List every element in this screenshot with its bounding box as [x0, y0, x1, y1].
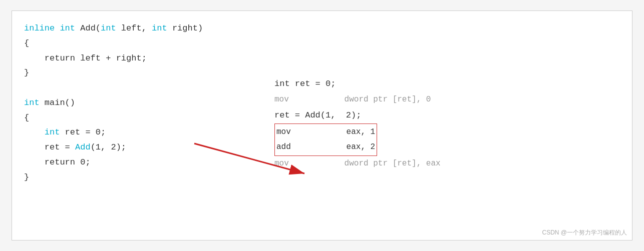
- keyword-int-3: int: [152, 24, 167, 33]
- code-line-2: {: [24, 36, 269, 51]
- code-line-3: return left + right;: [24, 51, 269, 66]
- asm-mov3-operand: dword ptr [ret], eax: [345, 159, 441, 168]
- code-line-6: int main(): [24, 96, 269, 110]
- keyword-int-ret: int: [45, 128, 60, 137]
- code-area: inline int Add(int left, int right) { re…: [24, 21, 620, 230]
- left-code-panel: inline int Add(int left, int right) { re…: [24, 21, 269, 230]
- code-line-7: {: [24, 110, 269, 126]
- asm-line-mov2: mov eax, 1: [276, 124, 375, 140]
- asm-mov2-op: mov: [276, 124, 342, 140]
- code-line-5: [24, 80, 269, 96]
- keyword-int-main: int: [24, 98, 40, 108]
- asm-mov1-op: mov: [274, 92, 340, 107]
- code-line-4: }: [24, 66, 269, 80]
- code-line-8: int ret = 0;: [24, 125, 269, 140]
- main-container: inline int Add(int left, int right) { re…: [12, 10, 632, 240]
- asm-ccode-2: ret = Add(1, 2);: [274, 108, 441, 124]
- code-line-1: inline int Add(int left, int right): [24, 21, 269, 36]
- svg-line-1: [194, 144, 304, 174]
- keyword-int-2: int: [101, 24, 116, 33]
- arrow-svg: [194, 144, 314, 178]
- asm-add-operand: eax, 2: [347, 142, 376, 152]
- asm-line-mov1: mov dword ptr [ret], 0: [274, 92, 441, 107]
- asm-ccode-1: int ret = 0;: [274, 76, 441, 92]
- watermark: CSDN @一个努力学习编程的人: [542, 228, 627, 237]
- asm-mov1-operand: dword ptr [ret], 0: [345, 95, 431, 104]
- keyword-int-1: int: [60, 24, 75, 33]
- asm-mov2-operand: eax, 1: [347, 128, 376, 136]
- keyword-inline: inline: [24, 24, 55, 33]
